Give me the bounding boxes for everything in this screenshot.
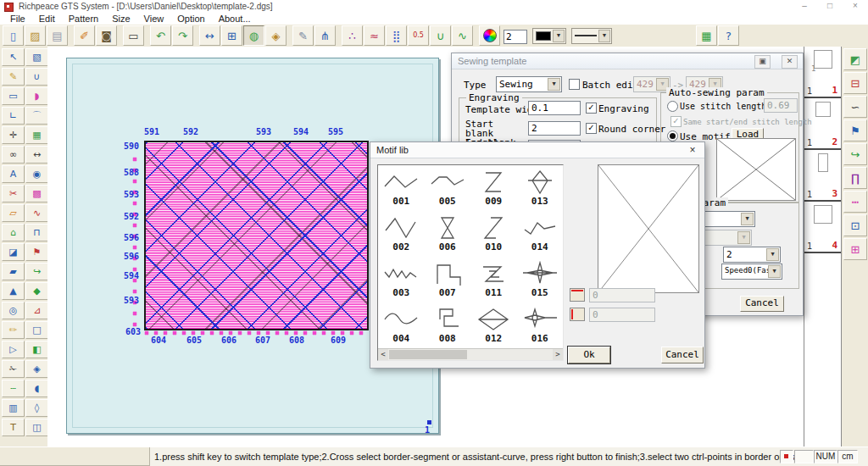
- curve-needle-button[interactable]: ∿: [452, 25, 473, 46]
- stitch-chart-button[interactable]: ∴: [342, 25, 363, 46]
- net-fill-tool[interactable]: ▩: [25, 185, 48, 202]
- context-help-button[interactable]: ?: [718, 25, 739, 46]
- stitch-length-button[interactable]: 0.5: [408, 25, 429, 46]
- motif-item-013[interactable]: 013: [517, 165, 564, 211]
- machine-head-button[interactable]: ◩: [843, 48, 867, 70]
- selection-corner-handle[interactable]: [427, 420, 431, 424]
- monitor-zoom-button[interactable]: ⊡: [843, 214, 867, 236]
- cross-point-tool[interactable]: ✛: [2, 126, 25, 144]
- frame-save-button[interactable]: ⊞: [843, 238, 867, 260]
- motif-item-012[interactable]: 012: [470, 302, 517, 348]
- save-button[interactable]: ▤: [47, 25, 68, 46]
- motif-cancel-button[interactable]: Cancel: [661, 347, 704, 363]
- menu-item-size[interactable]: Size: [105, 13, 136, 25]
- fabric-tool[interactable]: ▰: [2, 263, 25, 280]
- engraving-checkbox[interactable]: [586, 103, 597, 114]
- vest-tool[interactable]: ◆: [25, 282, 48, 300]
- scissors-tool[interactable]: ✁: [2, 360, 25, 378]
- dialog-close-button[interactable]: ✕: [782, 55, 798, 69]
- skirt-tool[interactable]: ▲: [2, 282, 25, 300]
- shape-export-button[interactable]: ↪: [843, 143, 867, 165]
- sewing-dialog-titlebar[interactable]: Sewing template ▣ ✕: [452, 53, 803, 69]
- swoosh-tool[interactable]: ↪: [25, 263, 48, 280]
- motif-item-002[interactable]: 002: [378, 211, 425, 257]
- color-select-dropdown[interactable]: ▼: [532, 28, 566, 44]
- template-list-item[interactable]: 14: [804, 205, 841, 253]
- new-button[interactable]: ▯: [3, 25, 24, 46]
- motif-item-004[interactable]: 004: [378, 302, 425, 348]
- square-node-tool[interactable]: □: [25, 321, 48, 339]
- motif-item-014[interactable]: 014: [517, 211, 564, 257]
- motif-item-011[interactable]: 011: [470, 257, 517, 302]
- pocket-shape-tool[interactable]: ∪: [25, 68, 48, 86]
- redo-button[interactable]: ↷: [172, 25, 193, 46]
- sewing-machine-tool[interactable]: ⊓: [25, 224, 48, 241]
- fill-shape-button[interactable]: ◍: [243, 25, 264, 46]
- motif-close-button[interactable]: ×: [686, 144, 699, 156]
- dot-grid-button[interactable]: ⣿: [386, 25, 407, 46]
- close-button[interactable]: ×: [843, 0, 868, 13]
- motif-scrollbar[interactable]: < >: [378, 348, 563, 360]
- piece-tool[interactable]: ◪: [2, 243, 25, 261]
- scroll-right-icon[interactable]: >: [553, 349, 563, 360]
- sewing-cancel-button[interactable]: Cancel: [740, 296, 784, 312]
- pink-outline-tool[interactable]: ◗: [25, 87, 48, 105]
- rectangle-tool[interactable]: ▭: [2, 87, 25, 105]
- stitch-line-tool[interactable]: ┄: [2, 380, 25, 397]
- menu-item-pattern[interactable]: Pattern: [62, 13, 105, 25]
- menu-item-about[interactable]: About...: [212, 13, 258, 25]
- motif-item-007[interactable]: 007: [425, 257, 471, 302]
- menu-item-edit[interactable]: Edit: [32, 13, 62, 25]
- dot-line-button[interactable]: ┅: [843, 191, 867, 213]
- machine-red-tool[interactable]: ⊿: [25, 302, 48, 319]
- curved-piece-tool[interactable]: ⌒: [25, 107, 48, 125]
- type-dropdown[interactable]: Sewing▼: [496, 76, 562, 92]
- menu-item-file[interactable]: File: [3, 13, 32, 25]
- maximize-button[interactable]: □: [817, 0, 843, 13]
- buttonhole-tool[interactable]: ◉: [25, 165, 48, 183]
- bucket-pair-tool[interactable]: ◧: [25, 341, 48, 358]
- frame-hoop-button[interactable]: ▭: [123, 25, 144, 46]
- machine-connect-button[interactable]: ▦: [696, 25, 717, 46]
- speed-dropdown[interactable]: Speed0(Faste▼: [721, 264, 782, 280]
- open-button[interactable]: ▨: [25, 25, 46, 46]
- curve-chart-button[interactable]: ≈: [364, 25, 385, 46]
- batch-edit-checkbox[interactable]: [569, 79, 580, 90]
- node-flag-button[interactable]: ⚑: [843, 119, 867, 141]
- scroll-left-icon[interactable]: <: [378, 349, 388, 360]
- scrollbar-thumb[interactable]: [389, 350, 467, 359]
- pencil-tool[interactable]: ✎: [2, 68, 25, 86]
- undo-button[interactable]: ↶: [150, 25, 171, 46]
- use-stitch-length-radio[interactable]: [667, 101, 678, 112]
- pen-width-input[interactable]: [504, 30, 527, 44]
- motif-item-010[interactable]: 010: [470, 211, 517, 257]
- template-list-item[interactable]: 13: [804, 153, 841, 202]
- grid-window-button[interactable]: ⊞: [221, 25, 242, 46]
- color-wheel-button[interactable]: [479, 25, 500, 46]
- minimize-button[interactable]: –: [792, 0, 817, 13]
- gold-brush-tool[interactable]: ✏: [2, 321, 25, 339]
- lock-fill-button[interactable]: ◈: [265, 25, 287, 46]
- lasso-tool[interactable]: ▷: [2, 341, 25, 358]
- motif-item-016[interactable]: 016: [517, 302, 564, 348]
- eraser-tool[interactable]: ▱: [2, 204, 25, 222]
- motif-dialog-titlebar[interactable]: Motif lib ×: [370, 142, 704, 158]
- image-tool[interactable]: ▦: [25, 126, 48, 144]
- menu-item-view[interactable]: View: [137, 13, 171, 25]
- flag-piece-tool[interactable]: ⚑: [25, 243, 48, 261]
- curve-node-tool[interactable]: ∿: [25, 204, 48, 222]
- motif-item-003[interactable]: 003: [378, 257, 425, 302]
- measure-button[interactable]: ↔: [199, 25, 220, 46]
- dialog-pin-button[interactable]: ▣: [754, 55, 771, 69]
- template-list-item[interactable]: 111: [804, 50, 841, 98]
- round-corner-checkbox[interactable]: [586, 123, 597, 134]
- text-t-tool[interactable]: T: [2, 419, 25, 436]
- node-net-button[interactable]: ⋔: [314, 25, 336, 46]
- trim-pen-button[interactable]: ✐: [74, 25, 95, 46]
- use-motif-radio[interactable]: [667, 130, 678, 141]
- stitch-pattern-block[interactable]: [144, 141, 369, 330]
- count-dropdown[interactable]: 2▼: [723, 247, 781, 263]
- motif-item-001[interactable]: 001: [378, 165, 425, 211]
- motif-item-015[interactable]: 015: [517, 257, 564, 302]
- glasses-view-tool[interactable]: ∞: [2, 146, 25, 164]
